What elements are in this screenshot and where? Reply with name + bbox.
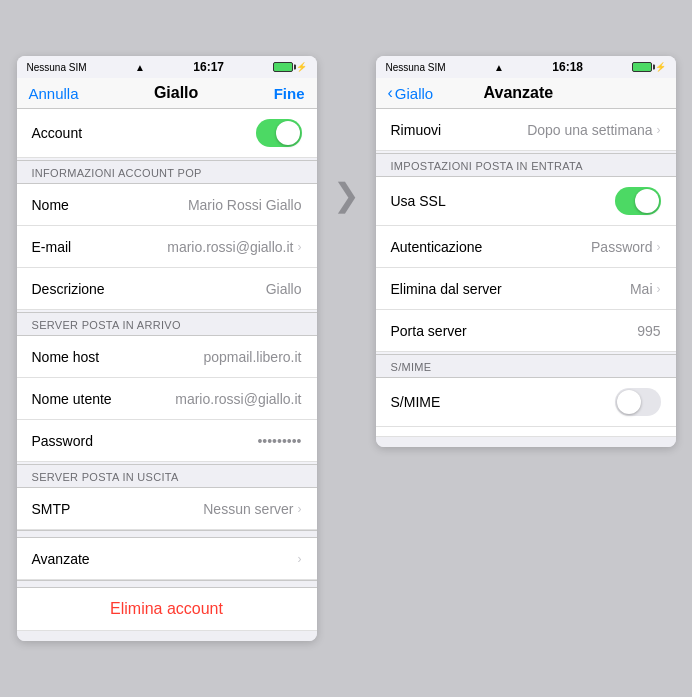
back-chevron-icon: ‹ [388, 84, 393, 102]
left-time: 16:17 [193, 60, 224, 74]
smtp-chevron: › [298, 502, 302, 516]
autenticazione-value: Password › [591, 239, 660, 255]
spacer-2 [17, 580, 317, 588]
back-label: Giallo [395, 85, 433, 102]
right-nav-bar: ‹ Giallo Avanzate [376, 78, 676, 109]
right-battery-icon [632, 62, 652, 72]
elimina-server-chevron: › [657, 282, 661, 296]
nomeutente-row: Nome utente mario.rossi@giallo.it [17, 378, 317, 420]
porta-server-label: Porta server [391, 323, 467, 339]
ssl-toggle[interactable] [615, 187, 661, 215]
section-header-account-info: INFORMAZIONI ACCOUNT POP [17, 160, 317, 184]
right-wifi-icon: ▲ [494, 62, 504, 73]
auth-chevron: › [657, 240, 661, 254]
left-status-bar: Nessuna SIM ▲ 16:17 ⚡ [17, 56, 317, 78]
email-value: mario.rossi@giallo.it › [167, 239, 301, 255]
password-label: Password [32, 433, 93, 449]
left-status-icons: ⚡ [273, 62, 307, 72]
nome-value: Mario Rossi Giallo [188, 197, 302, 213]
password-row: Password ••••••••• [17, 420, 317, 462]
rimuovi-row[interactable]: Rimuovi Dopo una settimana › [376, 109, 676, 151]
done-button[interactable]: Fine [274, 85, 305, 102]
account-row[interactable]: Account [17, 109, 317, 158]
smtp-label: SMTP [32, 501, 71, 517]
left-battery-icon [273, 62, 293, 72]
back-button[interactable]: ‹ Giallo [388, 84, 434, 102]
right-time: 16:18 [552, 60, 583, 74]
bottom-spacer-left [17, 631, 317, 641]
nomehost-value: popmail.libero.it [203, 349, 301, 365]
avanzate-row[interactable]: Avanzate › [17, 538, 317, 580]
bottom-spacer-right [376, 437, 676, 447]
rimuovi-label: Rimuovi [391, 122, 442, 138]
avanzate-label: Avanzate [32, 551, 90, 567]
right-sim: Nessuna SIM [386, 62, 446, 73]
nomeutente-value: mario.rossi@giallo.it [175, 391, 301, 407]
email-row[interactable]: E-mail mario.rossi@giallo.it › [17, 226, 317, 268]
main-container: Nessuna SIM ▲ 16:17 ⚡ Annulla Giallo Fin… [7, 46, 686, 651]
elimina-account-button[interactable]: Elimina account [17, 588, 317, 631]
nome-label: Nome [32, 197, 69, 213]
porta-server-row: Porta server 995 [376, 310, 676, 352]
section-header-outgoing: SERVER POSTA IN USCITA [17, 464, 317, 488]
email-chevron: › [298, 240, 302, 254]
section-header-smime: S/MIME [376, 354, 676, 378]
left-wifi-icon: ▲ [135, 62, 145, 73]
porta-server-value: 995 [637, 323, 660, 339]
transition-arrow: ❯ [329, 176, 364, 214]
right-charging-icon: ⚡ [655, 62, 666, 72]
account-toggle[interactable] [256, 119, 302, 147]
section-header-incoming-settings: IMPOSTAZIONI POSTA IN ENTRATA [376, 153, 676, 177]
elimina-server-row[interactable]: Elimina dal server Mai › [376, 268, 676, 310]
right-status-icons: ⚡ [632, 62, 666, 72]
password-value: ••••••••• [257, 433, 301, 449]
left-charging-icon: ⚡ [296, 62, 307, 72]
rimuovi-chevron: › [657, 123, 661, 137]
email-label: E-mail [32, 239, 72, 255]
spacer-1 [17, 530, 317, 538]
descrizione-value: Giallo [266, 281, 302, 297]
autenticazione-row[interactable]: Autenticazione Password › [376, 226, 676, 268]
elimina-label: Elimina account [110, 600, 223, 617]
ssl-label: Usa SSL [391, 193, 446, 209]
smime-label: S/MIME [391, 394, 441, 410]
smtp-value: Nessun server › [203, 501, 301, 517]
right-nav-title: Avanzate [433, 84, 603, 102]
nomehost-row: Nome host popmail.libero.it [17, 336, 317, 378]
descrizione-label: Descrizione [32, 281, 105, 297]
left-nav-bar: Annulla Giallo Fine [17, 78, 317, 109]
smime-toggle[interactable] [615, 388, 661, 416]
smime-row[interactable]: S/MIME [376, 378, 676, 427]
left-sim: Nessuna SIM [27, 62, 87, 73]
account-label: Account [32, 125, 83, 141]
smtp-row[interactable]: SMTP Nessun server › [17, 488, 317, 530]
nome-row: Nome Mario Rossi Giallo [17, 184, 317, 226]
elimina-server-value: Mai › [630, 281, 661, 297]
rimuovi-value: Dopo una settimana › [527, 122, 660, 138]
cancel-button[interactable]: Annulla [29, 85, 79, 102]
left-nav-title: Giallo [79, 84, 274, 102]
smime-bottom [376, 427, 676, 437]
elimina-server-label: Elimina dal server [391, 281, 502, 297]
ssl-row[interactable]: Usa SSL [376, 177, 676, 226]
nomehost-label: Nome host [32, 349, 100, 365]
right-phone: Nessuna SIM ▲ 16:18 ⚡ ‹ Giallo Avanzate … [376, 56, 676, 447]
right-status-bar: Nessuna SIM ▲ 16:18 ⚡ [376, 56, 676, 78]
left-phone: Nessuna SIM ▲ 16:17 ⚡ Annulla Giallo Fin… [17, 56, 317, 641]
nomeutente-label: Nome utente [32, 391, 112, 407]
avanzate-chevron: › [298, 552, 302, 566]
autenticazione-label: Autenticazione [391, 239, 483, 255]
descrizione-row: Descrizione Giallo [17, 268, 317, 310]
section-header-incoming: SERVER POSTA IN ARRIVO [17, 312, 317, 336]
